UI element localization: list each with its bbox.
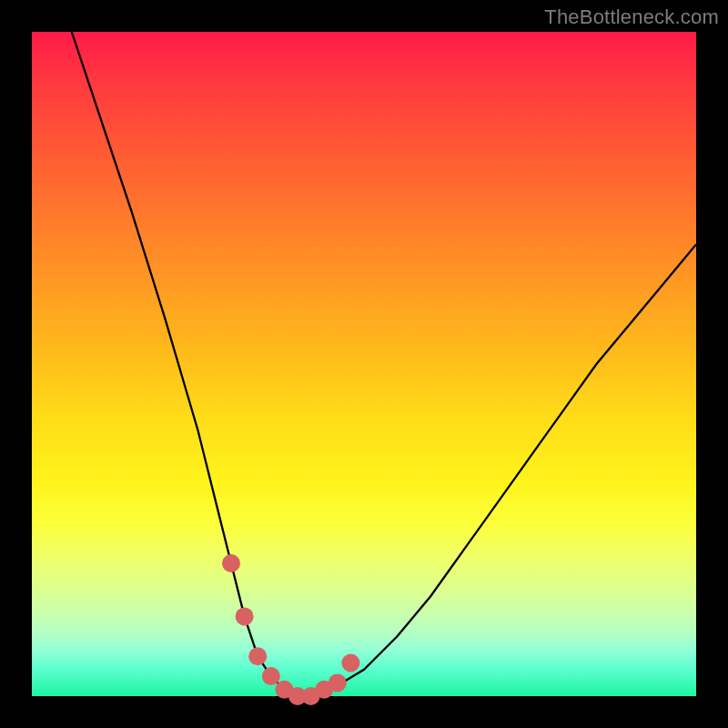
- highlight-marker: [262, 667, 280, 685]
- watermark-text: TheBottleneck.com: [544, 5, 719, 29]
- chart-canvas: TheBottleneck.com: [0, 0, 728, 728]
- curve-svg: [32, 32, 696, 696]
- bottleneck-curve: [72, 32, 696, 696]
- highlight-marker: [236, 607, 254, 625]
- plot-area: [32, 32, 696, 696]
- highlight-marker: [248, 647, 267, 665]
- highlight-marker: [329, 673, 347, 692]
- marker-group: [222, 554, 359, 705]
- highlight-marker: [341, 654, 359, 672]
- highlight-marker: [222, 554, 240, 572]
